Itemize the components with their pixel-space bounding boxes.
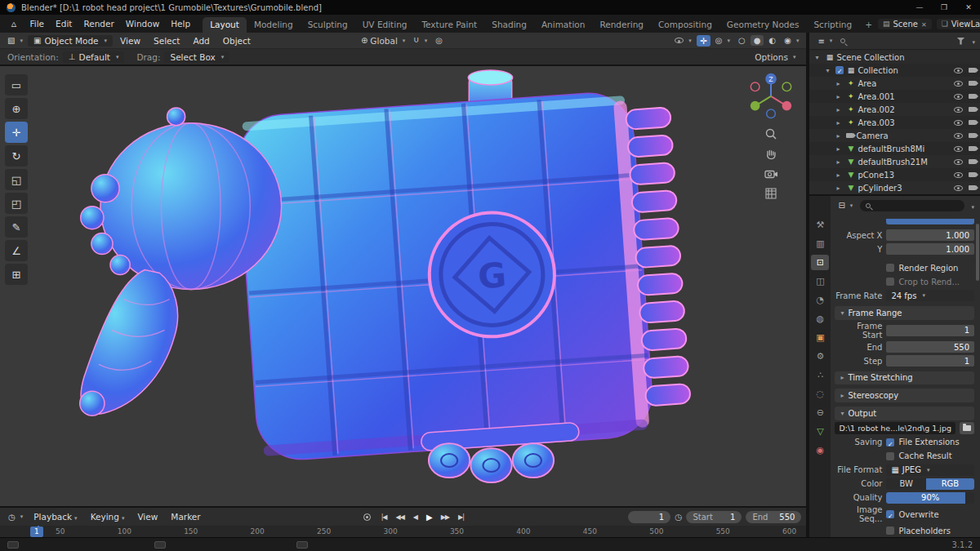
resolution-percent-slider[interactable] xyxy=(886,219,974,224)
search-icon[interactable] xyxy=(840,38,845,43)
timeline-editor-button[interactable]: ◷ xyxy=(5,512,26,522)
frame-start-field[interactable]: Start 1 xyxy=(686,511,742,523)
tool-cursor[interactable]: ⊕ xyxy=(5,98,28,119)
hide-toggle[interactable] xyxy=(954,146,963,152)
jump-to-end-button[interactable]: ▶| xyxy=(455,513,467,522)
properties-tab-modifiers[interactable]: ⚙ xyxy=(811,349,829,364)
filter-icon[interactable] xyxy=(956,38,964,45)
add-workspace-button[interactable]: + xyxy=(859,17,878,33)
tool-move[interactable]: ✛ xyxy=(5,122,28,143)
color-bw-button[interactable]: BW xyxy=(886,478,925,490)
hide-toggle[interactable] xyxy=(954,94,963,100)
browse-folder-button[interactable] xyxy=(960,422,974,434)
properties-search-field[interactable] xyxy=(860,200,964,211)
menu-window[interactable]: Window xyxy=(120,17,165,30)
properties-editor-button[interactable]: ⊟ xyxy=(835,200,856,211)
color-rgb-button[interactable]: RGB xyxy=(926,478,974,490)
workspace-tab[interactable]: Geometry Nodes xyxy=(719,17,807,33)
tool-scale[interactable]: ◱ xyxy=(5,169,28,190)
overwrite-checkbox[interactable] xyxy=(886,510,894,518)
frame-rate-select[interactable]: 24 fps xyxy=(886,290,974,301)
play-reverse-button[interactable]: ◀ xyxy=(410,513,421,522)
properties-tab-output[interactable]: ⊡ xyxy=(811,255,829,270)
workspace-tab[interactable]: Compositing xyxy=(651,17,719,33)
hide-toggle[interactable] xyxy=(954,185,963,191)
render-toggle[interactable] xyxy=(969,185,976,190)
tool-annotate[interactable]: ✎ xyxy=(5,216,28,238)
gizmos-toggle[interactable]: ✛ xyxy=(697,35,710,47)
maximize-button[interactable]: ❐ xyxy=(939,3,949,11)
outliner-row-mesh[interactable]: ▸ ▼ defaultBrush8Mi xyxy=(809,142,980,155)
file-format-select[interactable]: ▦ JPEG xyxy=(886,464,974,476)
viewlayer-selector[interactable]: ❏ ViewLayer xyxy=(937,19,980,29)
workspace-tab[interactable]: Modeling xyxy=(247,17,301,33)
properties-tab-scene[interactable]: ◔ xyxy=(811,292,829,308)
menu-edit[interactable]: Edit xyxy=(50,17,78,30)
menu-help[interactable]: Help xyxy=(165,17,196,30)
camera-view-button[interactable] xyxy=(764,168,778,180)
navigation-gizmo[interactable]: Z xyxy=(746,69,796,120)
outliner-editor-button[interactable]: ≡ xyxy=(814,36,835,47)
workspace-tab[interactable]: Rendering xyxy=(592,17,651,33)
workspace-tab[interactable]: Layout xyxy=(203,17,247,33)
play-button[interactable]: ▶ xyxy=(423,512,435,522)
frame-start-field[interactable]: 1 xyxy=(886,325,974,336)
output-section[interactable]: ▾ Output xyxy=(835,407,974,420)
render-toggle[interactable] xyxy=(969,172,976,177)
outliner-root-row[interactable]: ▾ ▦ Scene Collection xyxy=(809,51,980,64)
menu-marker[interactable]: Marker xyxy=(165,511,206,522)
disclosure-icon[interactable]: ▸ xyxy=(836,106,844,113)
workspace-tab[interactable]: Animation xyxy=(534,17,593,33)
frame-end-field[interactable]: 550 xyxy=(886,341,974,353)
menu-keying[interactable]: Keying xyxy=(85,511,131,522)
properties-tab-world[interactable]: ◍ xyxy=(811,311,829,327)
outliner-row-light[interactable]: ▸ ✦ Area.002 xyxy=(809,103,980,116)
orientation-select[interactable]: ⊥ Default xyxy=(63,51,125,63)
disclosure-icon[interactable]: ▸ xyxy=(836,145,844,153)
disclosure-icon[interactable]: ▸ xyxy=(836,171,844,179)
scrollbar[interactable] xyxy=(976,224,979,281)
menu-add[interactable]: Add xyxy=(187,35,215,47)
disclosure-icon[interactable]: ▸ xyxy=(836,132,844,140)
menu-file[interactable]: File xyxy=(24,17,51,30)
viewport-3d[interactable]: G xyxy=(0,66,806,506)
properties-tab-render[interactable]: ▥ xyxy=(811,236,829,251)
collection-checkbox[interactable] xyxy=(835,66,844,74)
minimize-button[interactable]: — xyxy=(915,3,924,11)
properties-tab-tool[interactable]: ⚒ xyxy=(811,217,829,233)
outliner-row-light[interactable]: ▸ ✦ Area xyxy=(809,77,980,90)
menu-tl-view[interactable]: View xyxy=(131,511,163,522)
tool-measure[interactable]: ∠ xyxy=(5,240,28,261)
close-button[interactable]: ✕ xyxy=(964,3,973,11)
disclosure-icon[interactable]: ▾ xyxy=(815,54,822,61)
properties-tab-view-layer[interactable]: ◫ xyxy=(811,273,829,289)
drag-select[interactable]: Select Box xyxy=(164,51,229,63)
step-field[interactable]: 1 xyxy=(886,355,974,367)
options-dropdown[interactable]: Options xyxy=(751,51,799,63)
jump-to-start-button[interactable]: |◀ xyxy=(378,513,390,522)
properties-tab-material[interactable]: ◉ xyxy=(811,442,829,458)
outliner-row-mesh[interactable]: ▸ ▼ defaultBrush21M xyxy=(809,155,980,168)
tool-rotate[interactable]: ↻ xyxy=(5,145,28,167)
placeholders-checkbox[interactable] xyxy=(886,527,894,535)
shading-wireframe-button[interactable]: ○ xyxy=(735,35,749,46)
aspect-x-field[interactable]: 1.000 xyxy=(886,229,974,241)
ortho-grid-button[interactable] xyxy=(764,187,777,200)
proportional-editing-button[interactable]: ◎ xyxy=(432,35,446,46)
crop-checkbox[interactable] xyxy=(886,278,894,286)
properties-tab-object-data[interactable]: ▽ xyxy=(811,424,829,439)
zoom-button[interactable] xyxy=(764,127,777,140)
frame-range-section[interactable]: ▾ Frame Range xyxy=(835,306,974,320)
output-path-field[interactable]: D:\1 robot he...le\2nd\g 1.jpg xyxy=(835,422,956,434)
properties-tab-object[interactable]: ▣ xyxy=(811,330,829,345)
outliner-row-light[interactable]: ▸ ✦ Area.003 xyxy=(809,116,980,129)
shading-solid-button[interactable]: ● xyxy=(751,35,764,46)
file-extensions-checkbox[interactable] xyxy=(886,438,894,447)
hide-toggle[interactable] xyxy=(954,68,963,73)
tool-transform[interactable]: ◰ xyxy=(5,193,28,214)
menu-select[interactable]: Select xyxy=(148,35,185,47)
filter-dropdown[interactable] xyxy=(969,36,975,46)
hide-toggle[interactable] xyxy=(954,107,963,113)
outliner-row-mesh[interactable]: ▸ ▼ pCone13 xyxy=(809,168,980,181)
render-toggle[interactable] xyxy=(969,94,976,99)
